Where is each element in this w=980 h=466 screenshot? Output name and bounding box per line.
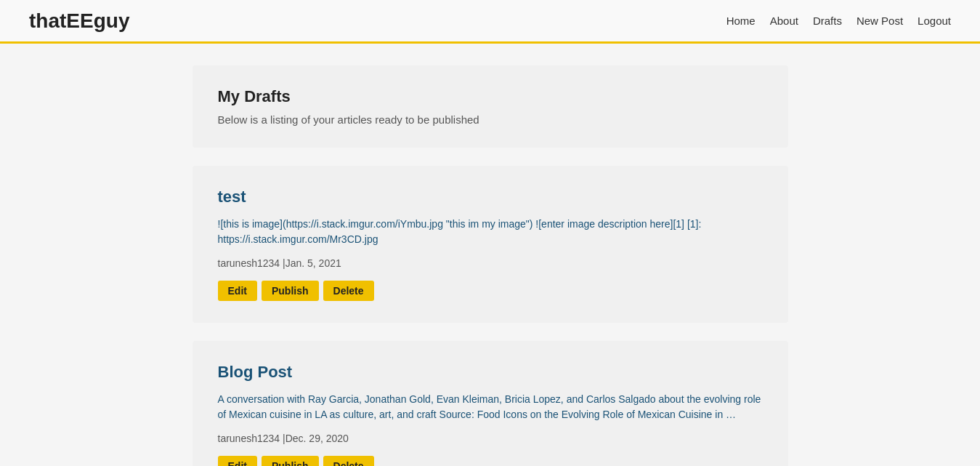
article-author-2: tarunesh1234	[218, 433, 280, 444]
article-meta-2: tarunesh1234 |Dec. 29, 2020	[218, 433, 763, 444]
article-card-1: test![this is image](https://i.stack.img…	[193, 166, 788, 323]
article-title-2[interactable]: Blog Post	[218, 363, 763, 382]
main-nav: HomeAboutDraftsNew PostLogout	[726, 15, 951, 27]
drafts-header-card: My Drafts Below is a listing of your art…	[193, 65, 788, 148]
nav-link-drafts[interactable]: Drafts	[813, 15, 842, 27]
publish-button-2[interactable]: Publish	[262, 456, 319, 466]
site-title: thatEEguy	[29, 9, 129, 33]
article-excerpt-2: A conversation with Ray Garcia, Jonathan…	[218, 392, 763, 422]
article-meta-1: tarunesh1234 |Jan. 5, 2021	[218, 257, 763, 269]
article-btn-group-1: EditPublishDelete	[218, 281, 763, 301]
article-card-2: Blog PostA conversation with Ray Garcia,…	[193, 341, 788, 466]
delete-button-1[interactable]: Delete	[323, 281, 374, 301]
article-author-1: tarunesh1234	[218, 257, 280, 269]
article-btn-group-2: EditPublishDelete	[218, 456, 763, 466]
article-title-1[interactable]: test	[218, 188, 763, 206]
articles-container: test![this is image](https://i.stack.img…	[193, 166, 788, 466]
article-date-1: Jan. 5, 2021	[286, 257, 341, 269]
edit-button-2[interactable]: Edit	[218, 456, 257, 466]
nav-link-new-post[interactable]: New Post	[857, 15, 903, 27]
main-content: My Drafts Below is a listing of your art…	[178, 65, 803, 466]
publish-button-1[interactable]: Publish	[262, 281, 319, 301]
article-excerpt-1: ![this is image](https://i.stack.imgur.c…	[218, 217, 763, 247]
delete-button-2[interactable]: Delete	[323, 456, 374, 466]
drafts-subtitle: Below is a listing of your articles read…	[218, 113, 763, 126]
nav-link-logout[interactable]: Logout	[918, 15, 951, 27]
edit-button-1[interactable]: Edit	[218, 281, 257, 301]
nav-link-home[interactable]: Home	[726, 15, 756, 27]
nav-link-about[interactable]: About	[770, 15, 798, 27]
site-header: thatEEguy HomeAboutDraftsNew PostLogout	[0, 0, 980, 44]
article-date-2: Dec. 29, 2020	[286, 433, 349, 444]
drafts-title: My Drafts	[218, 87, 763, 106]
